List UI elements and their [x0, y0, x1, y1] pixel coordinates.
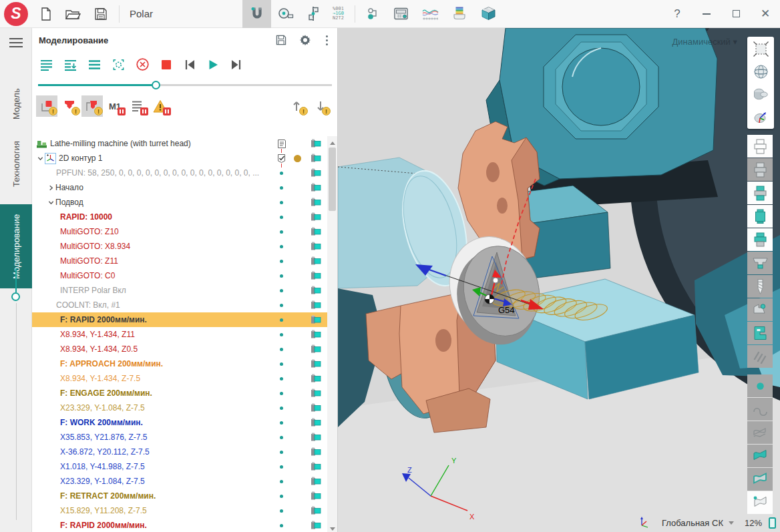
goto-machine-icon[interactable]: [305, 388, 327, 398]
collapse-list-button[interactable]: [62, 57, 79, 73]
chevron-down-icon[interactable]: [47, 200, 55, 206]
tree-row[interactable]: X23.329, Y-1.084, Z-7.5: [32, 474, 327, 489]
show-all-lines-button[interactable]: [38, 57, 55, 73]
goto-machine-icon[interactable]: [305, 418, 327, 427]
tree-row[interactable]: 2D контур 1: [32, 151, 327, 166]
goto-machine-icon[interactable]: [305, 256, 327, 266]
tree-row[interactable]: X8.934, Y-1.434, Z-7.5: [32, 371, 327, 386]
rotate-view-button[interactable]: [748, 60, 773, 83]
goto-machine-icon[interactable]: [305, 271, 327, 280]
show-result-button[interactable]: [747, 228, 773, 251]
goto-machine-icon[interactable]: [305, 315, 327, 324]
goto-machine-icon[interactable]: [305, 242, 327, 251]
tab-model[interactable]: Модель: [0, 84, 32, 124]
tree-row[interactable]: MultiGOTO: C0: [32, 268, 327, 283]
zoom-window-button[interactable]: [748, 37, 773, 60]
view-mode-dropdown[interactable]: Динамический ▾: [668, 36, 741, 47]
chevron-right-icon[interactable]: [47, 185, 55, 191]
goto-machine-icon[interactable]: [305, 491, 327, 501]
tree-row[interactable]: RAPID: 10000: [32, 210, 327, 224]
show-holder-button[interactable]: [747, 252, 773, 274]
close-button[interactable]: ✕: [751, 0, 780, 28]
goto-machine-icon[interactable]: [305, 521, 327, 530]
caliper-button[interactable]: [300, 0, 327, 28]
open-file-button[interactable]: [59, 0, 87, 28]
tree-row[interactable]: F: APPROACH 200мм/мин.: [32, 356, 327, 371]
shaded-view-button[interactable]: [748, 83, 773, 105]
frame-capture-button[interactable]: [110, 57, 127, 73]
row-notes-icon[interactable]: [272, 139, 290, 149]
help-button[interactable]: ?: [662, 0, 692, 28]
show-fixture-button[interactable]: [747, 298, 773, 321]
additive-printer-button[interactable]: [445, 0, 474, 28]
goto-machine-icon[interactable]: [305, 506, 327, 515]
show-part-shaded-button[interactable]: [747, 158, 773, 181]
tree-row[interactable]: X1.018, Y-41.988, Z-7.5: [32, 459, 327, 474]
goto-machine-icon[interactable]: [305, 433, 327, 442]
view-orientation-button[interactable]: [748, 105, 773, 128]
gcode-button[interactable]: %001→1G0N2T2: [327, 0, 350, 28]
magnet-button[interactable]: [242, 0, 271, 28]
panel-width-slider-handle[interactable]: [11, 292, 20, 301]
goto-machine-icon[interactable]: [305, 154, 327, 163]
goto-machine-icon[interactable]: [305, 403, 327, 413]
tree-row[interactable]: X8.934, Y-1.434, Z11: [32, 327, 327, 342]
goto-machine-icon[interactable]: [305, 212, 327, 222]
tree-row[interactable]: F: WORK 200мм/мин.: [32, 415, 327, 430]
tree-row[interactable]: X8.934, Y-1.434, Z0.5: [32, 342, 327, 356]
tree-row[interactable]: MultiGOTO: X8.934: [32, 239, 327, 254]
new-file-button[interactable]: [33, 0, 59, 28]
tree-row[interactable]: PPFUN: 58, 250, 0, 0, 0, 0, 0, 0, 0, 0, …: [32, 166, 327, 180]
minimize-button[interactable]: [692, 0, 721, 28]
goto-machine-icon[interactable]: [305, 286, 327, 295]
goto-machine-icon[interactable]: [305, 300, 327, 310]
show-stock-button[interactable]: [747, 205, 773, 228]
show-curve-button[interactable]: [747, 398, 773, 421]
tab-technology[interactable]: Технология: [0, 129, 32, 199]
show-tool-button[interactable]: [747, 275, 773, 298]
show-curves-button[interactable]: [747, 421, 773, 444]
goto-machine-icon[interactable]: [305, 168, 327, 178]
coordinate-system-dropdown[interactable]: Глобальная СК: [658, 517, 738, 529]
stop-button[interactable]: [158, 57, 174, 73]
goto-machine-icon[interactable]: [305, 462, 327, 471]
measure-tape-button[interactable]: [271, 0, 300, 28]
kebab-menu-icon[interactable]: [322, 34, 332, 47]
show-machine-button[interactable]: [747, 322, 773, 344]
tree-row[interactable]: COOLNT: Вкл, #1: [32, 298, 327, 312]
chevron-down-icon[interactable]: [36, 156, 45, 162]
show-workpiece-part-button[interactable]: [747, 182, 773, 204]
flag-mid-button[interactable]: [747, 468, 773, 491]
prev-warning-button[interactable]: !: [286, 95, 308, 117]
tree-row[interactable]: X35.853, Y21.876, Z-7.5: [32, 430, 327, 445]
breakpoint-dot[interactable]: [294, 155, 301, 162]
goto-machine-icon[interactable]: [305, 344, 327, 354]
goto-machine-icon[interactable]: [305, 139, 327, 148]
goto-machine-icon[interactable]: [305, 330, 327, 339]
collision-tool-button[interactable]: !: [59, 95, 80, 117]
menu-hamburger-icon[interactable]: [9, 38, 23, 47]
m1-stop-button[interactable]: M1: [104, 95, 126, 117]
row-check-icon[interactable]: [272, 154, 290, 164]
tree-row[interactable]: X23.329, Y-1.084, Z-7.5: [32, 401, 327, 415]
maximize-button[interactable]: [721, 0, 751, 28]
commands-stop-button[interactable]: [127, 95, 148, 117]
calculator-button[interactable]: [387, 0, 415, 28]
collision-faces-button[interactable]: !: [36, 95, 57, 117]
trajectory-nodes-button[interactable]: [360, 0, 387, 28]
show-part-button[interactable]: [747, 135, 773, 158]
goto-machine-icon[interactable]: [305, 447, 327, 457]
scrollbar-thumb[interactable]: [329, 148, 336, 211]
progress-handle[interactable]: [152, 81, 160, 89]
tree-row[interactable]: Подвод: [32, 195, 327, 210]
tree-row[interactable]: INTERP Polar Вкл: [32, 283, 327, 298]
tree-row[interactable]: X-36.872, Y20.112, Z-7.5: [32, 445, 327, 459]
tree-row[interactable]: F: ENGAGE 200мм/мин.: [32, 386, 327, 401]
cancel-simulation-button[interactable]: [134, 56, 151, 73]
goto-machine-icon[interactable]: [305, 374, 327, 383]
machine-3d-scene[interactable]: G54 X Y Z: [338, 28, 780, 532]
stock-cube-button[interactable]: [474, 0, 503, 28]
play-button[interactable]: [205, 57, 221, 73]
tree-row[interactable]: MultiGOTO: Z10: [32, 224, 327, 239]
save-file-button[interactable]: [87, 0, 114, 28]
